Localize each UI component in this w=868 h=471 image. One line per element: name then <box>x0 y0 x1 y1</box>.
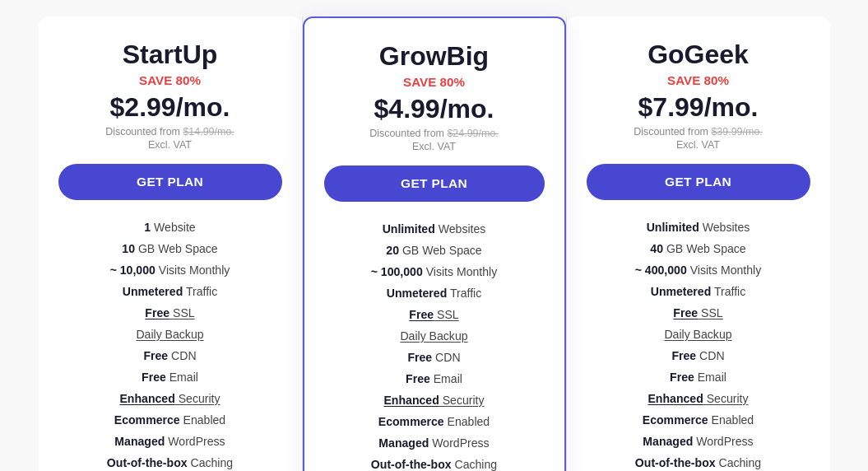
features-list: Unlimited Websites40 GB Web Space~ 400,0… <box>587 217 810 471</box>
feature-item: Free Email <box>58 366 282 388</box>
get-plan-button-gogeek[interactable]: GET PLAN <box>587 164 810 200</box>
feature-item: Free CDN <box>587 345 810 366</box>
get-plan-button-growbig[interactable]: GET PLAN <box>324 166 545 202</box>
feature-item: Daily Backup <box>587 324 810 345</box>
features-list: 1 Website10 GB Web Space~ 10,000 Visits … <box>58 217 282 471</box>
save-badge: SAVE 80% <box>587 73 810 87</box>
feature-item: ~ 10,000 Visits Monthly <box>58 259 282 281</box>
feature-item: Out-of-the-box Caching <box>324 454 545 471</box>
feature-item: Ecommerce Enabled <box>587 409 810 431</box>
plan-price: $4.99/mo. <box>324 94 545 124</box>
feature-item: Unmetered Traffic <box>587 281 810 302</box>
feature-item: Free CDN <box>324 347 545 368</box>
plan-price: $2.99/mo. <box>58 92 282 123</box>
feature-item: Daily Backup <box>324 325 545 347</box>
features-list: Unlimited Websites20 GB Web Space~ 100,0… <box>324 218 545 471</box>
feature-item: 10 GB Web Space <box>58 238 282 259</box>
excl-vat: Excl. VAT <box>587 139 810 151</box>
plan-name: StartUp <box>58 40 282 70</box>
feature-item: Unmetered Traffic <box>324 282 545 304</box>
feature-item: Unmetered Traffic <box>58 281 282 302</box>
feature-item: ~ 400,000 Visits Monthly <box>587 259 810 281</box>
feature-item: Enhanced Security <box>58 388 282 409</box>
feature-item: Free SSL <box>324 304 545 325</box>
plans-container: StartUpSAVE 80%$2.99/mo.Discounted from … <box>8 16 860 471</box>
feature-item: Managed WordPress <box>587 431 810 452</box>
save-badge: SAVE 80% <box>324 75 545 89</box>
plan-card-growbig: GrowBigSAVE 80%$4.99/mo.Discounted from … <box>303 16 566 471</box>
feature-item: ~ 100,000 Visits Monthly <box>324 261 545 282</box>
plan-card-gogeek: GoGeekSAVE 80%$7.99/mo.Discounted from $… <box>567 16 830 471</box>
plan-card-startup: StartUpSAVE 80%$2.99/mo.Discounted from … <box>39 16 302 471</box>
feature-item: Ecommerce Enabled <box>58 409 282 431</box>
plan-name: GrowBig <box>324 41 545 72</box>
plan-price: $7.99/mo. <box>587 92 810 123</box>
feature-item: Free CDN <box>58 345 282 366</box>
feature-item: Unlimited Websites <box>587 217 810 238</box>
feature-item: Free SSL <box>58 302 282 324</box>
feature-item: Unlimited Websites <box>324 218 545 240</box>
feature-item: Managed WordPress <box>324 432 545 454</box>
feature-item: 1 Website <box>58 217 282 238</box>
get-plan-button-startup[interactable]: GET PLAN <box>58 164 282 200</box>
feature-item: Managed WordPress <box>58 431 282 452</box>
plan-name: GoGeek <box>587 40 810 70</box>
feature-item: Out-of-the-box Caching <box>587 452 810 471</box>
feature-item: Free Email <box>324 368 545 389</box>
save-badge: SAVE 80% <box>58 73 282 87</box>
feature-item: Ecommerce Enabled <box>324 411 545 432</box>
discounted-from: Discounted from $24.99/mo. <box>324 128 545 139</box>
feature-item: 20 GB Web Space <box>324 240 545 261</box>
feature-item: 40 GB Web Space <box>587 238 810 259</box>
excl-vat: Excl. VAT <box>58 139 282 151</box>
feature-item: Daily Backup <box>58 324 282 345</box>
feature-item: Free Email <box>587 366 810 388</box>
feature-item: Enhanced Security <box>324 389 545 411</box>
feature-item: Free SSL <box>587 302 810 324</box>
discounted-from: Discounted from $39.99/mo. <box>587 126 810 138</box>
feature-item: Out-of-the-box Caching <box>58 452 282 471</box>
feature-item: Enhanced Security <box>587 388 810 409</box>
excl-vat: Excl. VAT <box>324 141 545 152</box>
discounted-from: Discounted from $14.99/mo. <box>58 126 282 138</box>
